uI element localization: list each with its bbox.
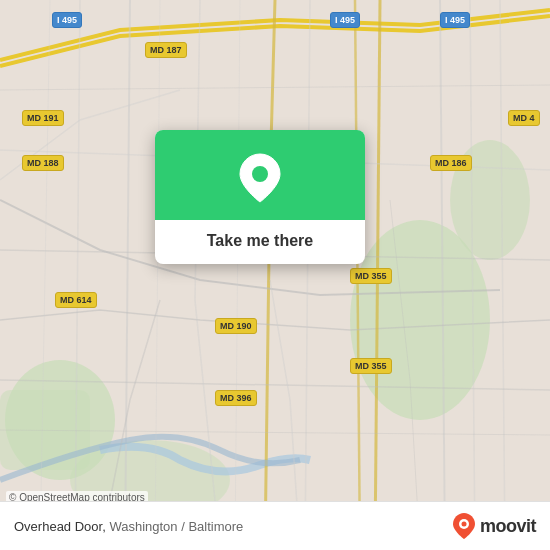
svg-point-5: [252, 166, 268, 182]
road-badge-md186: MD 186: [430, 155, 472, 171]
road-badge-md191: MD 191: [22, 110, 64, 126]
bottom-bar: Overhead Door, Washington / Baltimore mo…: [0, 501, 550, 550]
road-badge-md396: MD 396: [215, 390, 257, 406]
road-badge-md355-lower: MD 355: [350, 358, 392, 374]
city-name: Washington / Baltimore: [109, 519, 243, 534]
popup-header: [155, 130, 365, 220]
road-badge-md188: MD 188: [22, 155, 64, 171]
svg-point-7: [461, 522, 466, 527]
location-name: Overhead Door: [14, 519, 102, 534]
take-me-there-button[interactable]: Take me there: [191, 220, 329, 264]
road-badge-i495-top-right: I 495: [330, 12, 360, 28]
location-info: Overhead Door, Washington / Baltimore: [14, 519, 243, 534]
road-badge-i495-far-right: I 495: [440, 12, 470, 28]
road-badge-i495-top-left: I 495: [52, 12, 82, 28]
moovit-logo: moovit: [452, 512, 536, 540]
road-badge-md-far-right: MD 4: [508, 110, 540, 126]
road-badge-md355-upper: MD 355: [350, 268, 392, 284]
road-badge-md614: MD 614: [55, 292, 97, 308]
road-badge-md190: MD 190: [215, 318, 257, 334]
road-badge-md187: MD 187: [145, 42, 187, 58]
location-popup: Take me there: [155, 130, 365, 264]
map-container: I 495MD 187I 495I 495MD 191MD 188MDMD 18…: [0, 0, 550, 550]
moovit-wordmark: moovit: [480, 516, 536, 537]
moovit-pin-icon: [452, 512, 476, 540]
location-pin-icon: [238, 152, 282, 202]
map-roads: [0, 0, 550, 550]
